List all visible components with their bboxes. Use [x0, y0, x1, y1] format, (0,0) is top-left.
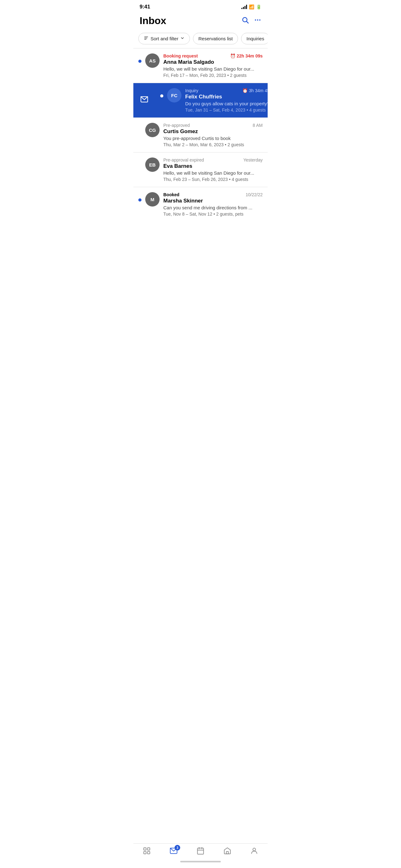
avatar: FC — [167, 88, 181, 102]
sender-name: Felix Chuffries — [185, 94, 268, 100]
inquiries-label: Inquiries — [246, 36, 264, 41]
message-timestamp: Yesterday — [243, 157, 263, 162]
signal-icon — [241, 5, 247, 9]
message-header-row: Inquiry ⏰ 3h 34m 45 — [185, 88, 268, 93]
avatar: M — [145, 192, 160, 207]
svg-line-1 — [247, 21, 248, 23]
message-item-anna-salgado[interactable]: AS Booking request ⏰ 22h 34m 09s Anna Ma… — [133, 49, 268, 83]
message-type: Booking request — [163, 54, 198, 58]
message-header-row: Booked 10/22/22 — [163, 192, 263, 197]
message-dates: Fri, Feb 17 – Mon, Feb 20, 2023 • 2 gues… — [163, 73, 263, 78]
inquiries-chip[interactable]: Inquiries — [241, 33, 268, 44]
unread-dot — [138, 60, 141, 63]
message-content: Booking request ⏰ 22h 34m 09s Anna Maria… — [163, 54, 263, 78]
page-title: Inbox — [140, 15, 166, 27]
search-icon[interactable] — [241, 16, 249, 26]
message-dates: Tue, Jan 31 – Sat, Feb 4, 2023 • 4 guest… — [185, 107, 268, 113]
message-timestamp: 8 AM — [253, 123, 263, 128]
message-item-marsha-skinner[interactable]: M Booked 10/22/22 Marsha Skinner Can you… — [133, 187, 268, 221]
messages-list: AS Booking request ⏰ 22h 34m 09s Anna Ma… — [133, 49, 268, 253]
svg-point-3 — [257, 19, 258, 21]
message-header-row: Pre-approval expired Yesterday — [163, 157, 263, 162]
svg-point-4 — [259, 19, 261, 21]
message-type: Booked — [163, 192, 179, 197]
status-icons: 📶 🔋 — [241, 4, 261, 9]
message-content: Inquiry ⏰ 3h 34m 45 Felix Chuffries Do y… — [185, 88, 268, 113]
reply-icon — [140, 95, 148, 105]
timer-icon: ⏰ — [242, 88, 248, 93]
message-dates: Thu, Mar 2 – Mon, Mar 6, 2023 • 2 guests — [163, 142, 263, 147]
message-preview: Hello, we will be visiting San Diego for… — [163, 170, 263, 176]
avatar: CG — [145, 123, 160, 137]
more-options-icon[interactable] — [254, 16, 261, 26]
reservations-list-label: Reservations list — [198, 36, 233, 41]
message-preview: Do you guys allow cats in your property? — [185, 101, 268, 106]
reservations-list-chip[interactable]: Reservations list — [193, 33, 238, 44]
sender-name: Anna Maria Salgado — [163, 59, 263, 65]
felix-row: FC Inquiry ⏰ 3h 34m 45 Felix Chuffries D… — [133, 83, 268, 118]
sort-filter-chip[interactable]: Sort and filter — [138, 33, 190, 44]
message-dates: Tue, Nov 8 – Sat, Nov 12 • 2 guests, pet… — [163, 212, 263, 217]
message-content: Pre-approved 8 AM Curtis Gomez You pre-a… — [163, 123, 263, 147]
wifi-icon: 📶 — [249, 4, 254, 9]
filter-bar: Sort and filter Reservations list Inquir… — [133, 30, 268, 48]
sender-name: Eva Barnes — [163, 163, 263, 169]
svg-point-2 — [255, 19, 256, 21]
sender-name: Curtis Gomez — [163, 128, 263, 135]
message-timestamp: ⏰ 3h 34m 45 — [242, 88, 268, 93]
message-header-row: Booking request ⏰ 22h 34m 09s — [163, 54, 263, 58]
message-preview: You pre-approved Curtis to book — [163, 135, 263, 141]
message-type: Pre-approved — [163, 123, 190, 128]
status-bar: 9:41 📶 🔋 — [133, 0, 268, 12]
sender-name: Marsha Skinner — [163, 198, 263, 204]
message-content: Booked 10/22/22 Marsha Skinner Can you s… — [163, 192, 263, 217]
message-content: Pre-approval expired Yesterday Eva Barne… — [163, 157, 263, 182]
filter-icon — [144, 36, 149, 41]
message-item-felix-chuffries[interactable]: FC Inquiry ⏰ 3h 34m 45 Felix Chuffries D… — [155, 83, 268, 118]
avatar: AS — [145, 54, 160, 68]
message-header-row: Pre-approved 8 AM — [163, 123, 263, 128]
message-item-curtis-gomez[interactable]: CG Pre-approved 8 AM Curtis Gomez You pr… — [133, 118, 268, 152]
message-item-eva-barnes[interactable]: EB Pre-approval expired Yesterday Eva Ba… — [133, 153, 268, 187]
swipe-action[interactable] — [133, 83, 155, 118]
message-preview: Can you send me driving directions from … — [163, 205, 263, 210]
message-preview: Hello, we will be visiting San Diego for… — [163, 66, 263, 71]
avatar: EB — [145, 157, 160, 172]
message-type: Inquiry — [185, 88, 198, 93]
unread-dot — [160, 94, 163, 97]
sort-filter-label: Sort and filter — [151, 36, 178, 41]
message-timestamp: 10/22/22 — [246, 192, 263, 197]
header-actions — [241, 16, 261, 26]
chevron-down-icon — [180, 36, 185, 41]
message-dates: Thu, Feb 23 – Sun, Feb 26, 2023 • 4 gues… — [163, 177, 263, 182]
unread-dot — [138, 198, 141, 202]
message-type: Pre-approval expired — [163, 157, 204, 162]
battery-icon: 🔋 — [256, 4, 261, 9]
status-time: 9:41 — [140, 4, 150, 10]
header: Inbox — [133, 12, 268, 30]
timer-icon: ⏰ — [230, 54, 235, 58]
message-timestamp: ⏰ 22h 34m 09s — [230, 54, 263, 58]
